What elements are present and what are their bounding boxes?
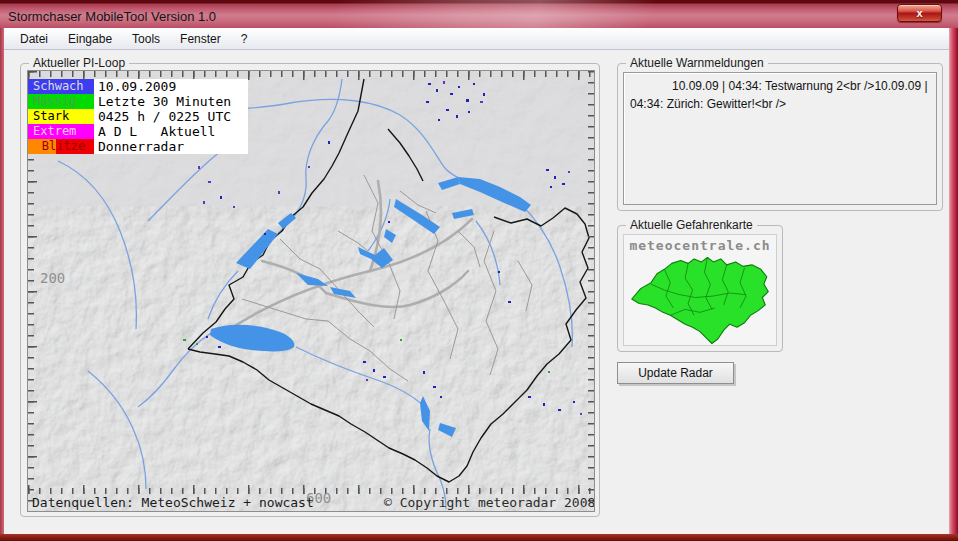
group-hazard-title: Aktuelle Gefahrenkarte (626, 218, 757, 232)
radar-map-image: 200 600 Datenquellen: MeteoSchweiz + now… (27, 70, 595, 512)
warnings-text: 10.09.09 | 04:34: Testwarnung 2<br />10.… (630, 77, 930, 113)
legend-swatch-schwach: Schwach (28, 79, 94, 94)
hazard-map-image: meteocentrale.ch (623, 234, 777, 346)
close-button[interactable]: x (897, 4, 942, 22)
group-pi-loop: Aktueller PI-Loop (20, 63, 600, 517)
map-copyright: © Copyright meteoradar 2008 (384, 495, 594, 510)
group-pi-loop-title: Aktueller PI-Loop (29, 56, 129, 70)
group-warnings: Aktuelle Warnmeldungen 10.09.09 | 04:34:… (617, 63, 943, 211)
title-bar[interactable]: Stormchaser MobileTool Version 1.0 x (0, 0, 958, 28)
legend-swatch-blitze: Blitze (28, 139, 94, 154)
legend-radar-type: Donnerradar (94, 139, 248, 154)
radar-legend: Schwach 10.09.2009 Mässig Letzte 30 Minu… (28, 79, 248, 154)
legend-adl-status: A D L Aktuell (94, 124, 248, 139)
legend-time: 0425 h / 0225 UTC (94, 109, 248, 124)
warnings-panel: 10.09.09 | 04:34: Testwarnung 2<br />10.… (623, 72, 937, 205)
menu-item-tools[interactable]: Tools (122, 30, 170, 48)
client-area: Aktueller PI-Loop (4, 50, 949, 534)
legend-swatch-maessig: Mässig (28, 94, 94, 109)
map-source-credit: Datenquellen: MeteoSchweiz + nowcast (32, 495, 314, 510)
update-radar-button[interactable]: Update Radar (617, 362, 734, 384)
hazard-map-svg (624, 253, 776, 345)
menu-item-help[interactable]: ? (231, 30, 258, 48)
legend-swatch-stark: Stark (28, 109, 94, 124)
menu-item-eingabe[interactable]: Eingabe (58, 30, 122, 48)
grid-label-200: 200 (40, 270, 65, 286)
hazard-brand-text: meteocentrale.ch (624, 238, 776, 253)
legend-date: 10.09.2009 (94, 79, 248, 94)
legend-range: Letzte 30 Minuten (94, 94, 248, 109)
window-frame-bottom (0, 534, 958, 541)
menu-item-fenster[interactable]: Fenster (170, 30, 231, 48)
group-hazard-map: Aktuelle Gefahrenkarte meteocentrale.ch (617, 225, 783, 352)
menu-item-datei[interactable]: Datei (10, 30, 58, 48)
menu-bar: Datei Eingabe Tools Fenster ? (4, 28, 949, 50)
hazard-switzerland-shape (632, 257, 769, 343)
window-frame-right (949, 28, 958, 541)
group-warnings-title: Aktuelle Warnmeldungen (626, 56, 768, 70)
legend-swatch-extrem: Extrem (28, 124, 94, 139)
app-window: Stormchaser MobileTool Version 1.0 x Dat… (0, 0, 958, 541)
window-title: Stormchaser MobileTool Version 1.0 (8, 9, 216, 24)
